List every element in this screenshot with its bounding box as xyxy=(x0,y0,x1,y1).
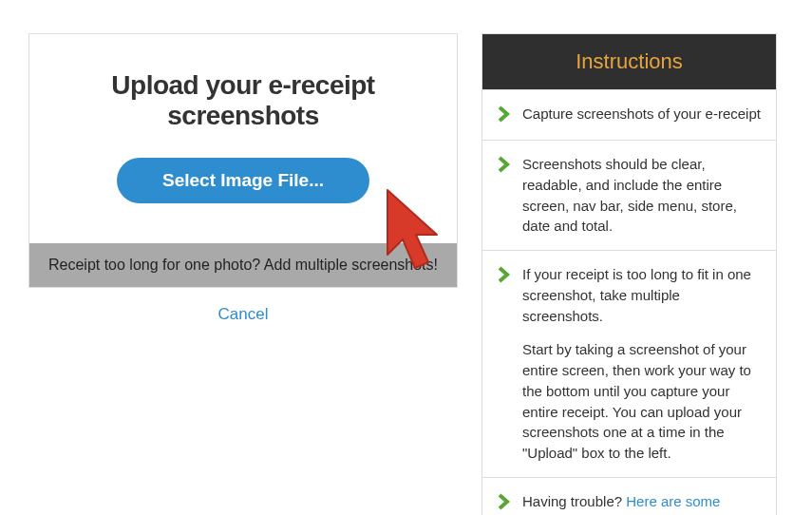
chevron-right-icon xyxy=(496,156,513,177)
instruction-item: Screenshots should be clear, readable, a… xyxy=(482,140,776,250)
chevron-right-icon xyxy=(496,493,513,514)
instruction-item: If your receipt is too long to fit in on… xyxy=(482,250,776,477)
upload-box: Upload your e-receipt screenshots Select… xyxy=(28,33,458,288)
select-image-button[interactable]: Select Image File... xyxy=(117,158,369,203)
cancel-link[interactable]: Cancel xyxy=(28,288,458,324)
chevron-right-icon xyxy=(496,105,513,126)
instruction-item: Capture screenshots of your e-receipt xyxy=(482,89,776,140)
instruction-text: Screenshots should be clear, readable, a… xyxy=(522,154,761,237)
upload-title: Upload your e-receipt screenshots xyxy=(29,34,457,158)
chevron-right-icon xyxy=(496,266,513,287)
instructions-panel: Instructions Capture screenshots of your… xyxy=(482,33,777,515)
instruction-text: If your receipt is too long to fit in on… xyxy=(522,264,761,464)
upload-panel: Upload your e-receipt screenshots Select… xyxy=(28,33,458,324)
multiple-screenshots-hint: Receipt too long for one photo? Add mult… xyxy=(29,243,457,287)
instructions-header: Instructions xyxy=(482,34,776,89)
instruction-item: Having trouble? Here are some screengrab… xyxy=(482,477,776,515)
instruction-text: Having trouble? Here are some screengrab… xyxy=(522,491,761,515)
instruction-text: Capture screenshots of your e-receipt xyxy=(522,104,761,124)
